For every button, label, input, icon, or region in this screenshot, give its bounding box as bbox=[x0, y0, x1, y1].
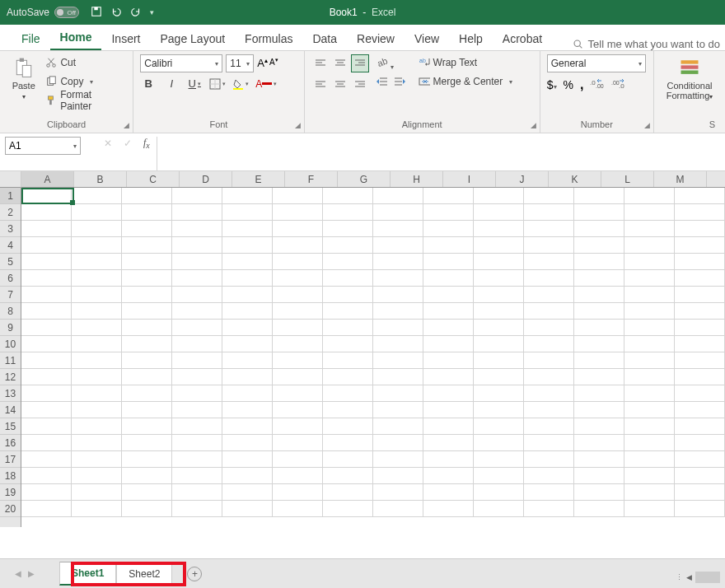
cell[interactable] bbox=[624, 468, 675, 484]
cell[interactable] bbox=[222, 204, 273, 221]
paste-button[interactable]: Paste▾ bbox=[7, 54, 40, 100]
cell[interactable] bbox=[574, 270, 624, 287]
cell[interactable] bbox=[474, 369, 524, 385]
cell[interactable] bbox=[373, 501, 423, 517]
cell[interactable] bbox=[21, 303, 72, 320]
cell[interactable] bbox=[72, 254, 122, 270]
column-header[interactable]: K bbox=[549, 171, 601, 187]
cell[interactable] bbox=[675, 287, 725, 303]
cell[interactable] bbox=[273, 287, 323, 303]
cell[interactable] bbox=[21, 418, 72, 435]
cell[interactable] bbox=[423, 369, 474, 385]
cell[interactable] bbox=[273, 188, 323, 204]
cell[interactable] bbox=[21, 468, 72, 484]
cell[interactable] bbox=[574, 287, 624, 303]
cell[interactable] bbox=[574, 369, 624, 385]
tab-page-layout[interactable]: Page Layout bbox=[150, 27, 235, 50]
cell[interactable] bbox=[21, 369, 72, 385]
cell[interactable] bbox=[574, 204, 624, 221]
cell[interactable] bbox=[21, 320, 72, 336]
cell[interactable] bbox=[323, 418, 373, 435]
cell[interactable] bbox=[574, 221, 624, 237]
cell[interactable] bbox=[574, 254, 624, 270]
cell[interactable] bbox=[323, 352, 373, 369]
cell[interactable] bbox=[524, 320, 574, 336]
cell[interactable] bbox=[474, 352, 524, 369]
cell[interactable] bbox=[474, 501, 524, 517]
cell[interactable] bbox=[574, 468, 624, 484]
cell[interactable] bbox=[323, 320, 373, 336]
row-header[interactable]: 20 bbox=[0, 501, 21, 517]
cell[interactable] bbox=[273, 369, 323, 385]
cell[interactable] bbox=[323, 402, 373, 418]
cell[interactable] bbox=[624, 369, 675, 385]
cell[interactable] bbox=[423, 204, 474, 221]
cell[interactable] bbox=[323, 385, 373, 402]
cell[interactable] bbox=[222, 451, 273, 468]
cell[interactable] bbox=[524, 287, 574, 303]
cell[interactable] bbox=[21, 254, 72, 270]
cell[interactable] bbox=[72, 303, 122, 320]
row-header[interactable]: 2 bbox=[0, 204, 21, 221]
cell[interactable] bbox=[675, 336, 725, 352]
row-header[interactable]: 5 bbox=[0, 254, 21, 270]
cell[interactable] bbox=[675, 369, 725, 385]
cell[interactable] bbox=[423, 188, 474, 204]
cell[interactable] bbox=[373, 369, 423, 385]
cell[interactable] bbox=[624, 336, 675, 352]
align-top-center-button[interactable] bbox=[331, 54, 349, 72]
row-header[interactable]: 1 bbox=[0, 188, 21, 204]
cell[interactable] bbox=[222, 254, 273, 270]
save-icon[interactable] bbox=[91, 6, 102, 20]
row-header[interactable]: 18 bbox=[0, 468, 21, 484]
cell[interactable] bbox=[21, 204, 72, 221]
alignment-launcher-icon[interactable]: ◢ bbox=[531, 121, 536, 129]
cell[interactable] bbox=[474, 254, 524, 270]
cell[interactable] bbox=[122, 435, 172, 451]
cell[interactable] bbox=[574, 451, 624, 468]
cell[interactable] bbox=[423, 270, 474, 287]
row-header[interactable]: 9 bbox=[0, 320, 21, 336]
cell[interactable] bbox=[72, 188, 122, 204]
cell[interactable] bbox=[172, 385, 222, 402]
cell[interactable] bbox=[21, 188, 72, 204]
cell[interactable] bbox=[524, 402, 574, 418]
cell[interactable] bbox=[122, 484, 172, 501]
cut-button[interactable]: Cut bbox=[44, 54, 126, 71]
name-box[interactable]: A1 ▾ bbox=[5, 137, 81, 155]
cell[interactable] bbox=[624, 352, 675, 369]
cell[interactable] bbox=[72, 369, 122, 385]
cell[interactable] bbox=[675, 484, 725, 501]
cell[interactable] bbox=[72, 385, 122, 402]
cell[interactable] bbox=[273, 501, 323, 517]
new-sheet-button[interactable]: + bbox=[187, 567, 202, 581]
cell[interactable] bbox=[323, 237, 373, 254]
cell[interactable] bbox=[172, 204, 222, 221]
row-header[interactable]: 4 bbox=[0, 237, 21, 254]
cell[interactable] bbox=[675, 237, 725, 254]
cell[interactable] bbox=[524, 435, 574, 451]
format-painter-button[interactable]: Format Painter bbox=[44, 92, 126, 109]
cell[interactable] bbox=[172, 320, 222, 336]
cell[interactable] bbox=[72, 435, 122, 451]
cell[interactable] bbox=[474, 336, 524, 352]
column-header[interactable]: E bbox=[232, 171, 285, 187]
cell[interactable] bbox=[373, 204, 423, 221]
cell[interactable] bbox=[474, 468, 524, 484]
cell[interactable] bbox=[122, 418, 172, 435]
cell[interactable] bbox=[675, 303, 725, 320]
cell[interactable] bbox=[574, 303, 624, 320]
cell[interactable] bbox=[624, 451, 675, 468]
cell[interactable] bbox=[574, 418, 624, 435]
cell[interactable] bbox=[273, 336, 323, 352]
cell[interactable] bbox=[524, 303, 574, 320]
cell[interactable] bbox=[373, 484, 423, 501]
cell[interactable] bbox=[675, 221, 725, 237]
cell[interactable] bbox=[373, 237, 423, 254]
cell[interactable] bbox=[122, 385, 172, 402]
cell[interactable] bbox=[373, 468, 423, 484]
cell[interactable] bbox=[323, 451, 373, 468]
cell[interactable] bbox=[122, 336, 172, 352]
cell[interactable] bbox=[675, 270, 725, 287]
decrease-font-icon[interactable]: A▾ bbox=[269, 57, 278, 69]
